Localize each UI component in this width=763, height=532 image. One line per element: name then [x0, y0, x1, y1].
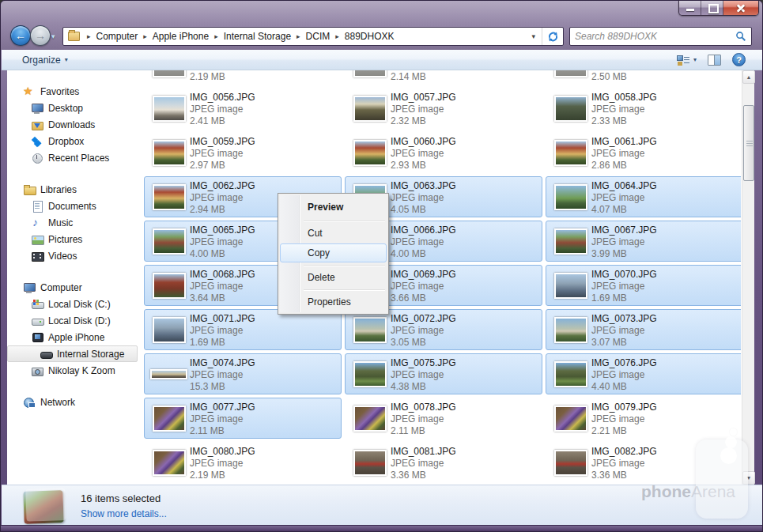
file-size: 4.38 MB — [391, 381, 426, 392]
organize-button[interactable]: Organize ▾ — [16, 52, 74, 68]
menu-item-delete[interactable]: Delete — [280, 268, 387, 287]
file-type: JPEG image — [391, 413, 444, 424]
search-box — [569, 27, 752, 46]
breadcrumb-item-889dhoxk[interactable]: 889DHOXK — [343, 30, 396, 43]
sidebar-item-favorites[interactable]: Favorites — [7, 83, 142, 100]
file-tile-img-0071-jpg[interactable]: IMG_0071.JPGJPEG image1.69 MB — [144, 309, 342, 350]
address-bar[interactable]: ▸Computer▸Apple iPhone▸Internal Storage▸… — [62, 27, 564, 46]
file-name: IMG_0077.JPG — [190, 402, 255, 413]
file-tile-img-0056-jpg[interactable]: IMG_0056.JPGJPEG image2.41 MB — [144, 88, 342, 129]
breadcrumb: ▸Computer▸Apple iPhone▸Internal Storage▸… — [83, 30, 396, 43]
file-size: 2.32 MB — [391, 115, 426, 126]
sidebar-item-label: Dropbox — [48, 136, 84, 147]
file-name: IMG_0061.JPG — [591, 136, 657, 147]
menu-item-preview[interactable]: Preview — [280, 196, 387, 218]
address-dropdown-caret-icon[interactable]: ▾ — [525, 32, 542, 40]
scrollbar-thumb[interactable] — [743, 105, 754, 181]
preview-pane-button[interactable] — [708, 55, 721, 66]
file-tile-partial[interactable]: 2.19 MB — [144, 70, 342, 85]
file-tile-img-0060-jpg[interactable]: IMG_0060.JPGJPEG image2.93 MB — [345, 132, 542, 173]
sidebar-item-computer[interactable]: Computer — [7, 279, 142, 296]
file-thumbnail — [554, 140, 587, 166]
file-thumbnail — [554, 406, 587, 432]
search-icon[interactable] — [735, 31, 746, 42]
file-tile-img-0073-jpg[interactable]: IMG_0073.JPGJPEG image3.07 MB — [546, 309, 741, 350]
sidebar-item-label: Libraries — [40, 184, 77, 195]
file-tile-img-0075-jpg[interactable]: IMG_0075.JPGJPEG image4.38 MB — [345, 353, 542, 394]
vertical-scrollbar[interactable]: ▲ ▼ — [742, 70, 754, 485]
sidebar-item-internal-storage[interactable]: Internal Storage — [7, 345, 138, 362]
file-thumbnail — [353, 450, 387, 476]
sidebar-item-nikolay-k-zoom[interactable]: Nikolay K Zoom — [7, 362, 142, 379]
change-view-button[interactable]: ▾ — [677, 55, 697, 66]
recent-pages-caret-icon[interactable]: ▾ — [51, 32, 55, 40]
file-tile-img-0078-jpg[interactable]: IMG_0078.JPGJPEG image2.11 MB — [345, 398, 542, 439]
sidebar-item-videos[interactable]: Videos — [7, 247, 142, 264]
forward-button[interactable]: → — [30, 25, 51, 46]
file-tile-img-0061-jpg[interactable]: IMG_0061.JPGJPEG image2.86 MB — [546, 132, 741, 173]
breadcrumb-item-dcim[interactable]: DCIM — [304, 30, 332, 43]
file-size: 2.19 MB — [190, 71, 225, 82]
sidebar-item-music[interactable]: Music — [7, 214, 142, 231]
close-button[interactable] — [723, 1, 758, 15]
file-tile-img-0070-jpg[interactable]: IMG_0070.JPGJPEG image1.69 MB — [546, 265, 741, 306]
file-tile-img-0082-jpg[interactable]: IMG_0082.JPGJPEG image3.36 MB — [546, 442, 741, 483]
recent-icon — [31, 152, 43, 164]
file-tile-img-0067-jpg[interactable]: IMG_0067.JPGJPEG image3.99 MB — [546, 221, 741, 262]
menu-item-copy[interactable]: Copy — [280, 243, 387, 262]
file-tile-img-0057-jpg[interactable]: IMG_0057.JPGJPEG image2.32 MB — [345, 88, 542, 129]
help-button[interactable]: ? — [732, 53, 746, 66]
sidebar-item-label: Local Disk (D:) — [48, 315, 111, 326]
sidebar-item-label: Desktop — [48, 103, 83, 114]
file-tile-img-0059-jpg[interactable]: IMG_0059.JPGJPEG image2.97 MB — [144, 132, 342, 173]
file-tile-img-0079-jpg[interactable]: IMG_0079.JPGJPEG image2.21 MB — [546, 398, 741, 439]
file-tile-partial[interactable]: 2.14 MB — [345, 70, 542, 85]
menu-item-cut[interactable]: Cut — [280, 224, 387, 243]
file-tile-img-0058-jpg[interactable]: IMG_0058.JPGJPEG image2.33 MB — [546, 88, 741, 129]
search-input[interactable] — [570, 31, 735, 42]
sidebar-item-documents[interactable]: Documents — [7, 198, 142, 214]
file-tile-img-0072-jpg[interactable]: IMG_0072.JPGJPEG image3.05 MB — [345, 309, 542, 350]
file-name: IMG_0073.JPG — [591, 313, 657, 324]
back-button[interactable]: ← — [10, 25, 31, 46]
breadcrumb-item-apple-iphone[interactable]: Apple iPhone — [151, 30, 210, 43]
restore-button[interactable] — [701, 1, 723, 15]
file-tile-img-0080-jpg[interactable]: IMG_0080.JPGJPEG image2.19 MB — [144, 442, 342, 483]
file-tile-img-0064-jpg[interactable]: IMG_0064.JPGJPEG image4.07 MB — [546, 176, 741, 217]
file-thumbnail — [554, 361, 587, 387]
scroll-up-button[interactable]: ▲ — [742, 70, 755, 84]
navigation-pane: FavoritesDesktopDownloadsDropboxRecent P… — [7, 70, 142, 485]
file-tile-img-0081-jpg[interactable]: IMG_0081.JPGJPEG image3.36 MB — [345, 442, 542, 483]
refresh-button[interactable] — [542, 28, 563, 45]
file-tile-img-0074-jpg[interactable]: IMG_0074.JPGJPEG image15.3 MB — [144, 353, 342, 394]
breadcrumb-item-internal-storage[interactable]: Internal Storage — [222, 30, 293, 43]
file-tile-img-0076-jpg[interactable]: IMG_0076.JPGJPEG image4.40 MB — [546, 353, 741, 394]
file-thumbnail — [150, 369, 187, 379]
pictures-icon — [31, 233, 43, 246]
sidebar-item-recent-places[interactable]: Recent Places — [7, 149, 142, 166]
breadcrumb-item-computer[interactable]: Computer — [95, 30, 140, 43]
sidebar-item-apple-iphone[interactable]: Apple iPhone — [7, 329, 142, 345]
scroll-down-button[interactable]: ▼ — [742, 471, 755, 485]
minimize-button[interactable] — [679, 1, 701, 15]
sidebar-item-libraries[interactable]: Libraries — [7, 181, 142, 198]
file-type: JPEG image — [591, 458, 644, 469]
file-thumbnail — [554, 228, 587, 255]
diskwin-icon — [31, 298, 43, 311]
file-thumbnail — [353, 70, 387, 77]
sidebar-section-favorites: FavoritesDesktopDownloadsDropboxRecent P… — [7, 83, 142, 166]
sidebar-item-pictures[interactable]: Pictures — [7, 231, 142, 247]
file-size: 2.14 MB — [391, 71, 426, 82]
sidebar-item-local-disk-d[interactable]: Local Disk (D:) — [7, 312, 142, 329]
sidebar-item-downloads[interactable]: Downloads — [7, 116, 142, 133]
file-tile-partial[interactable]: 2.50 MB — [546, 70, 741, 85]
show-more-details-link[interactable]: Show more details... — [81, 508, 167, 519]
sidebar-item-network[interactable]: Network — [7, 394, 142, 410]
file-name: IMG_0082.JPG — [591, 446, 657, 457]
sidebar-item-local-disk-c[interactable]: Local Disk (C:) — [7, 296, 142, 312]
sidebar-item-label: Pictures — [48, 234, 82, 245]
sidebar-item-desktop[interactable]: Desktop — [7, 100, 142, 116]
file-tile-img-0077-jpg[interactable]: IMG_0077.JPGJPEG image2.11 MB — [144, 398, 342, 439]
sidebar-item-dropbox[interactable]: Dropbox — [7, 133, 142, 149]
menu-item-properties[interactable]: Properties — [280, 292, 387, 311]
